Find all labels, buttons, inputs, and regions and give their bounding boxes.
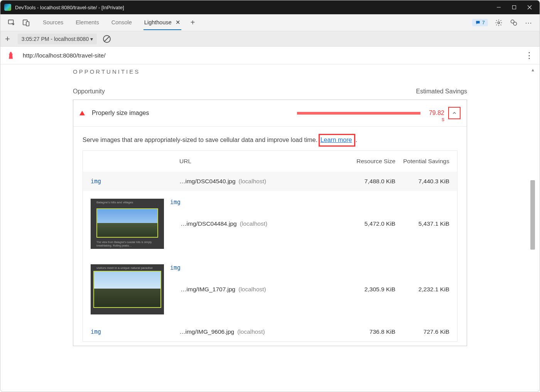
element-tag[interactable]: img: [170, 264, 181, 271]
add-panel-button[interactable]: +: [191, 18, 195, 27]
thumbnail-image: Balagne's hills and villages The view fr…: [91, 199, 164, 249]
svg-rect-4: [8, 20, 14, 24]
table-header: URL Resource Size Potential Savings: [83, 151, 457, 172]
savings-bar: [297, 112, 420, 115]
device-emulation-icon[interactable]: [22, 19, 30, 27]
element-tag[interactable]: img: [91, 328, 179, 335]
svg-point-7: [498, 22, 500, 24]
element-tag[interactable]: img: [170, 199, 181, 206]
maximize-button[interactable]: [512, 5, 516, 10]
savings-value: 79.82: [426, 110, 444, 117]
svg-point-9: [513, 22, 516, 25]
svg-rect-6: [26, 22, 29, 26]
report-menu-icon[interactable]: ⋮: [525, 51, 533, 61]
new-report-button[interactable]: +: [5, 34, 10, 44]
tab-sources[interactable]: Sources: [42, 15, 64, 30]
more-menu-icon[interactable]: ⋯: [525, 19, 532, 27]
audit-properly-size-images: Properly size images 79.82 s Serve image…: [73, 100, 467, 346]
savings-unit: s: [442, 116, 444, 122]
table-row: Balagne's hills and villages The view fr…: [83, 191, 457, 257]
devtools-tabstrip: Sources Elements Console Lighthouse✕ + 7…: [0, 14, 540, 31]
section-opportunities-heading: OPPORTUNITIES: [73, 68, 467, 75]
report-url-row: http://localhost:8080/travel-site/ ⋮: [0, 47, 540, 64]
scroll-up-icon[interactable]: ▲: [531, 68, 535, 72]
tab-console[interactable]: Console: [111, 15, 133, 30]
columns-header: Opportunity Estimated Savings: [73, 88, 467, 95]
table-row: img …img/IMG_9606.jpg(localhost) 736.8 K…: [83, 322, 457, 341]
report-scroll-area: OPPORTUNITIES Opportunity Estimated Savi…: [3, 64, 537, 389]
svg-rect-1: [513, 6, 516, 9]
scroll-thumb[interactable]: [530, 180, 535, 250]
app-icon: [4, 4, 11, 11]
table-row: visitors meet in a unique natural paradi…: [83, 257, 457, 322]
svg-rect-10: [9, 54, 13, 54]
report-dropdown[interactable]: 3:05:27 PM - localhost:8080 ▾: [18, 34, 97, 44]
close-button[interactable]: [527, 5, 532, 10]
audit-header[interactable]: Properly size images 79.82 s: [73, 100, 467, 127]
audit-title: Properly size images: [92, 110, 149, 117]
table-row: img …img/DSC04540.jpg(localhost) 7,488.0…: [83, 172, 457, 191]
report-url: http://localhost:8080/travel-site/: [23, 52, 106, 59]
feedback-badge[interactable]: 7: [472, 19, 488, 26]
resources-table: URL Resource Size Potential Savings img …: [83, 150, 457, 342]
settings-icon[interactable]: [495, 19, 503, 27]
scrollbar[interactable]: ▲: [530, 68, 536, 385]
lighthouse-icon: [7, 52, 14, 59]
window-title: DevTools - localhost:8080/travel-site/ -…: [15, 5, 124, 10]
collapse-toggle[interactable]: [448, 107, 461, 119]
close-tab-icon[interactable]: ✕: [176, 19, 181, 25]
element-tag[interactable]: img: [91, 178, 179, 185]
tab-lighthouse[interactable]: Lighthouse✕: [143, 15, 181, 30]
lighthouse-toolbar: + 3:05:27 PM - localhost:8080 ▾: [0, 31, 540, 47]
audit-description: Serve images that are appropriately-size…: [73, 127, 467, 150]
clear-button[interactable]: [103, 35, 111, 43]
thumbnail-image: visitors meet in a unique natural paradi…: [91, 264, 164, 314]
minimize-button[interactable]: [496, 5, 501, 10]
learn-more-link[interactable]: Learn more: [319, 134, 356, 147]
panel-tabs: Sources Elements Console Lighthouse✕: [42, 15, 181, 30]
issues-icon[interactable]: [510, 19, 518, 27]
chevron-down-icon: ▾: [90, 36, 93, 42]
inspect-element-icon[interactable]: [7, 19, 16, 27]
window-titlebar: DevTools - localhost:8080/travel-site/ -…: [0, 0, 540, 14]
tab-elements[interactable]: Elements: [75, 15, 100, 30]
fail-triangle-icon: [79, 111, 85, 115]
